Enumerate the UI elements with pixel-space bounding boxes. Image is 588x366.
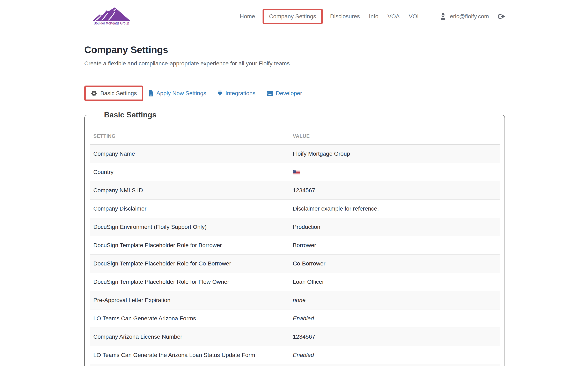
keyboard-icon: [267, 91, 273, 96]
setting-value: Loan Officer: [293, 279, 324, 285]
setting-value: Floify Mortgage Group: [293, 151, 350, 157]
setting-name: Pre-Approval Letter Expiration: [90, 291, 289, 309]
settings-tabs: Basic Settings Apply Now Settings Integr…: [84, 84, 505, 102]
settings-table-body: Company Name Floify Mortgage Group: [90, 145, 500, 366]
nav-item-company-settings[interactable]: Company Settings: [269, 13, 316, 20]
setting-value: 1234567: [293, 187, 315, 193]
setting-row[interactable]: LO Teams Can Generate the Arizona Loan S…: [90, 346, 500, 364]
setting-name: Company Name: [90, 145, 289, 163]
setting-name: Company Arizona License Number: [90, 328, 289, 346]
setting-row[interactable]: DocuSign Template Placeholder Role for F…: [90, 273, 500, 291]
tab-apply-now-settings[interactable]: Apply Now Settings: [149, 90, 206, 97]
nav-divider: [429, 10, 429, 23]
setting-value: none: [293, 297, 306, 303]
setting-value: Enabled: [293, 352, 314, 358]
company-logo[interactable]: Boulder Mortgage Group: [91, 7, 132, 26]
setting-row[interactable]: LO Teams Can Generate Arizona Forms Enab…: [90, 309, 500, 328]
setting-name: DocuSign Template Placeholder Role for B…: [90, 236, 289, 255]
setting-name: Arizona Loan Status Update Form Expirati…: [90, 364, 289, 366]
tab-label: Integrations: [225, 90, 255, 97]
setting-name: Company Disclaimer: [90, 200, 289, 218]
mountains-logo-icon: Boulder Mortgage Group: [91, 7, 132, 25]
sign-out-icon: [498, 13, 505, 20]
setting-value: Production: [293, 224, 320, 230]
page-subtitle: Create a flexible and compliance-appropr…: [84, 60, 505, 67]
setting-value: Enabled: [293, 315, 314, 322]
company-settings-page: Company Settings Create a flexible and c…: [84, 44, 505, 366]
annotation-highlight-basic-settings: Basic Settings: [84, 85, 143, 101]
user-email: eric@floify.com: [450, 13, 489, 20]
sign-out-button[interactable]: [498, 13, 505, 20]
setting-row[interactable]: DocuSign Environment (Floify Support Onl…: [90, 218, 500, 236]
setting-name: DocuSign Environment (Floify Support Onl…: [90, 218, 289, 236]
setting-row[interactable]: Company Name Floify Mortgage Group: [90, 145, 500, 163]
nav-item-voa[interactable]: VOA: [388, 13, 400, 20]
setting-name: DocuSign Template Placeholder Role for C…: [90, 255, 289, 273]
setting-name: Company NMLS ID: [90, 181, 289, 200]
setting-name: LO Teams Can Generate the Arizona Loan S…: [90, 346, 289, 364]
nav-item-info[interactable]: Info: [369, 13, 378, 20]
divider-rule: [84, 75, 505, 75]
setting-value: Co-Borrower: [293, 260, 325, 267]
nav-item-disclosures[interactable]: Disclosures: [330, 13, 360, 20]
annotation-highlight-company-settings: Company Settings: [263, 9, 323, 24]
setting-value: Borrower: [293, 242, 316, 248]
setting-row[interactable]: DocuSign Template Placeholder Role for C…: [90, 255, 500, 273]
column-header-setting: SETTING: [90, 130, 289, 145]
setting-row[interactable]: Company Arizona License Number 1234567: [90, 328, 500, 346]
setting-name: DocuSign Template Placeholder Role for F…: [90, 273, 289, 291]
setting-row[interactable]: Arizona Loan Status Update Form Expirati…: [90, 364, 500, 366]
tab-label: Apply Now Settings: [156, 90, 206, 97]
tab-developer[interactable]: Developer: [267, 90, 302, 97]
setting-row[interactable]: Company NMLS ID 1234567: [90, 181, 500, 200]
setting-row[interactable]: DocuSign Template Placeholder Role for B…: [90, 236, 500, 255]
tab-integrations[interactable]: Integrations: [217, 90, 255, 97]
user-menu[interactable]: eric@floify.com: [440, 13, 489, 20]
main-nav: Home Company Settings Disclosures Info V…: [240, 9, 505, 24]
top-navbar: Boulder Mortgage Group Home Company Sett…: [0, 0, 588, 33]
user-secret-icon: [440, 13, 446, 20]
nav-item-voi[interactable]: VOI: [409, 13, 419, 20]
column-header-value: VALUE: [289, 130, 500, 145]
logo-text: Boulder Mortgage Group: [94, 21, 129, 25]
tab-label: Developer: [276, 90, 302, 97]
nav-item-home[interactable]: Home: [240, 13, 255, 20]
page-title: Company Settings: [84, 44, 505, 55]
file-icon: [149, 90, 154, 96]
us-flag-icon: [293, 170, 300, 175]
setting-row[interactable]: Company Disclaimer Disclaimer example fo…: [90, 200, 500, 218]
panel-legend: Basic Settings: [100, 111, 160, 119]
setting-value: Disclaimer example for reference.: [293, 206, 379, 212]
setting-value: 1234567: [293, 334, 315, 340]
setting-row[interactable]: Country: [90, 163, 500, 181]
setting-row[interactable]: Pre-Approval Letter Expiration none: [90, 291, 500, 309]
setting-name: Country: [90, 163, 289, 181]
gear-icon: [91, 90, 97, 96]
settings-table: SETTING VALUE Company Name Floify Mortga…: [90, 130, 500, 366]
tab-basic-settings[interactable]: Basic Settings: [100, 90, 137, 97]
basic-settings-panel: Basic Settings SETTING VALUE Company Nam…: [84, 111, 505, 366]
setting-name: LO Teams Can Generate Arizona Forms: [90, 309, 289, 328]
plug-icon: [217, 90, 223, 96]
